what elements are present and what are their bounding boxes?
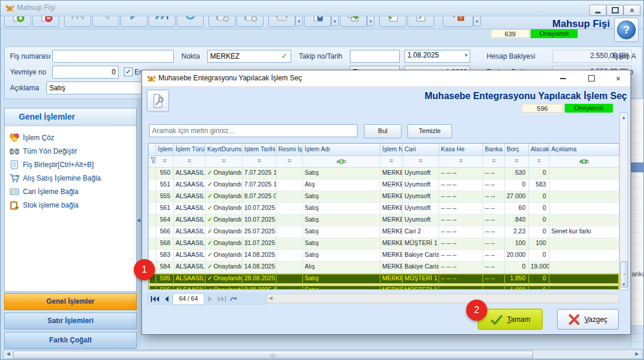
- minimize-button[interactable]: [589, 5, 606, 16]
- dialog-record-number: 596: [522, 104, 563, 113]
- column-header-banka[interactable]: Banka H: [483, 144, 505, 155]
- cell-nokta: MERKEZ: [380, 226, 403, 237]
- cell-adi: Satış: [303, 215, 380, 226]
- column-header-cari[interactable]: Cari: [403, 144, 439, 155]
- sidebar-tab-satir-islemleri[interactable]: Satır İşlemleri: [4, 313, 137, 330]
- grid-horizontal-scrollbar[interactable]: ◀: [267, 294, 619, 303]
- pager-position[interactable]: 64 / 64: [173, 293, 204, 305]
- nokta-input[interactable]: [207, 50, 291, 63]
- takip-date-combo[interactable]: 1.08.2025▼: [404, 50, 470, 63]
- help-button[interactable]: ?: [614, 18, 639, 42]
- help-icon: ?: [617, 21, 636, 39]
- ok-button[interactable]: Tamam: [478, 309, 542, 330]
- cell-kasa: -- -- --: [439, 191, 483, 202]
- table-row-596[interactable]: ▶596ALSAASIL✓Onaylandı8.09.2025 1SatışME…: [149, 285, 619, 290]
- table-row-564[interactable]: 564ALSAASIL✓Onaylandı10.07.2025SatışMERK…: [149, 215, 619, 226]
- filter-cell-turu[interactable]: =: [174, 156, 205, 167]
- column-header-tarih[interactable]: İşlem Tarihi: [242, 144, 277, 155]
- sidebar-item-alis-satis-bagla[interactable]: Alış Satış İşlemine Bağla: [5, 171, 136, 185]
- column-header-borc[interactable]: Borç: [505, 144, 529, 155]
- cell-aciklama: [549, 168, 619, 179]
- cell-alacak: 100: [529, 238, 549, 249]
- pager-first-button[interactable]: [149, 294, 161, 304]
- filter-cell-aciklama[interactable]: ABC: [549, 156, 619, 167]
- scroll-right-icon[interactable]: ▶: [633, 350, 640, 358]
- column-header-adi[interactable]: İşlem Adı: [303, 144, 380, 155]
- table-row-595[interactable]: 595ALSAASIL✓Onaylandı28.08.2025SatışMERK…: [149, 273, 619, 285]
- filter-cell-cari[interactable]: =: [403, 156, 439, 167]
- filter-cell-tarih[interactable]: =: [242, 156, 277, 167]
- search-input[interactable]: [149, 124, 358, 137]
- sidebar-tab-farkli-cogalt[interactable]: Farklı Çoğalt: [4, 332, 137, 349]
- column-header-aciklama[interactable]: Açıklama: [549, 144, 619, 155]
- pager-previous-button[interactable]: [161, 294, 173, 304]
- takip-input[interactable]: [350, 50, 400, 63]
- sidebar-item-cari-isleme-bagla[interactable]: Cari İşleme Bağla: [5, 185, 136, 198]
- cell-borc: 530: [505, 168, 529, 179]
- dialog-minimize-button[interactable]: [553, 72, 573, 85]
- table-row-566[interactable]: 566ALSAASIL✓Onaylandı25.07.2025SatışMERK…: [149, 226, 619, 238]
- sidebar-item-stok-isleme-bagla[interactable]: Stok işleme bağla: [5, 198, 136, 212]
- dialog-settings-button[interactable]: [147, 90, 169, 112]
- scroll-down-icon[interactable]: ▼: [620, 281, 628, 289]
- filter-cell-resmi[interactable]: =: [277, 156, 303, 167]
- filter-cell-banka[interactable]: =: [483, 156, 505, 167]
- pager-refresh-button[interactable]: [228, 294, 240, 304]
- filter-cell-no[interactable]: =: [156, 156, 174, 167]
- filter-cell-adi[interactable]: ABC: [303, 156, 380, 167]
- filter-cell-nokta[interactable]: =: [380, 156, 403, 167]
- scroll-left-icon[interactable]: ◀: [5, 350, 12, 358]
- cell-aciklama: [549, 238, 619, 249]
- pager-last-button[interactable]: [216, 294, 228, 304]
- sidebar-item-islem-coz[interactable]: İşlem Çöz: [5, 131, 136, 144]
- column-header-resmi[interactable]: Resmi İş: [277, 144, 303, 155]
- cell-tarih: 8.07.2025 0: [242, 191, 277, 202]
- table-row-584[interactable]: 584ALSAASIL✓Onaylandı14.08.2025AlışMERKE…: [149, 261, 619, 273]
- column-header-no[interactable]: İşlem No: [156, 144, 174, 155]
- background-selected-row-fragment: [631, 162, 644, 172]
- cell-adi: Satış: [303, 273, 380, 284]
- yevmiye-input[interactable]: [52, 66, 119, 79]
- find-button[interactable]: Bul: [364, 124, 402, 138]
- table-row-583[interactable]: 583ALSAASIL✓Onaylandı14.08.2025SatışMERK…: [149, 250, 619, 261]
- table-row-555[interactable]: 555ALSAASIL✓Onaylandı8.07.2025 0SatışMER…: [149, 191, 619, 203]
- filter-cell-alacak[interactable]: =: [529, 156, 549, 167]
- maximize-button[interactable]: [606, 5, 623, 16]
- table-row-561[interactable]: 561ALSAASIL✓Onaylandı10.07.2025SatışMERK…: [149, 203, 619, 215]
- column-header-alacak[interactable]: Alacak: [529, 144, 549, 155]
- cell-alacak: 0: [529, 285, 549, 290]
- column-header-durum[interactable]: KayıtDurumu: [205, 144, 242, 155]
- sidebar-item-tum-yon-degistir[interactable]: Tüm Yön Değiştir: [5, 144, 136, 158]
- yevmiye-checkbox[interactable]: ✓: [124, 67, 133, 76]
- scroll-up-icon[interactable]: ▲: [620, 114, 628, 122]
- app-butterfly-icon: [5, 4, 15, 15]
- filter-cell-durum[interactable]: =: [205, 156, 242, 167]
- clear-button[interactable]: Temizle: [407, 124, 452, 138]
- table-row-550[interactable]: 550ALSAASIL✓Onaylandı7.07.2025 1SatışMER…: [149, 168, 619, 179]
- cell-banka: -- --: [483, 168, 505, 179]
- table-row-551[interactable]: 551ALSAASIL✓Onaylandı7.07.2025 1AlışMERK…: [149, 179, 619, 191]
- cell-kasa: -- -- --: [439, 273, 483, 284]
- sidebar-item-label: Fiş Birleştir[Ctrl+Alt+B]: [23, 161, 94, 169]
- column-header-nokta[interactable]: İşlem Nc: [380, 144, 403, 155]
- filter-cell-borc[interactable]: =: [505, 156, 529, 167]
- grid-vertical-scrollbar[interactable]: ▲ ≡ ▼: [619, 113, 628, 290]
- sidebar-splitter[interactable]: ◀: [137, 99, 141, 348]
- table-row-568[interactable]: 568ALSAASIL✓Onaylandı31.07.2025SatışMERK…: [149, 238, 619, 250]
- main-scrollbar-thumb[interactable]: |||: [13, 351, 533, 359]
- dialog-maximize-button[interactable]: [581, 72, 601, 85]
- cell-alacak: 0: [529, 250, 549, 261]
- cancel-button[interactable]: Vazgeç: [557, 309, 619, 330]
- pager-next-button[interactable]: [204, 294, 216, 304]
- fis-numarasi-input[interactable]: [52, 50, 174, 63]
- date-caret-icon[interactable]: ▼: [464, 53, 468, 58]
- column-header-kasa[interactable]: Kasa He: [439, 144, 483, 155]
- close-button[interactable]: ×: [623, 5, 640, 16]
- transactions-grid: İşlem Noİşlem TürüKayıtDurumuİşlem Tarih…: [148, 143, 620, 290]
- sidebar-tab-genel-islemler[interactable]: Genel İşlemler: [4, 293, 137, 310]
- column-header-turu[interactable]: İşlem Türü: [174, 144, 205, 155]
- filter-cell-kasa[interactable]: =: [439, 156, 483, 167]
- main-horizontal-scrollbar[interactable]: ◀ ||| ▶: [3, 349, 642, 359]
- dialog-close-button[interactable]: ×: [608, 72, 628, 85]
- sidebar-item-fis-birlestir[interactable]: Fiş Birleştir[Ctrl+Alt+B]: [5, 158, 136, 171]
